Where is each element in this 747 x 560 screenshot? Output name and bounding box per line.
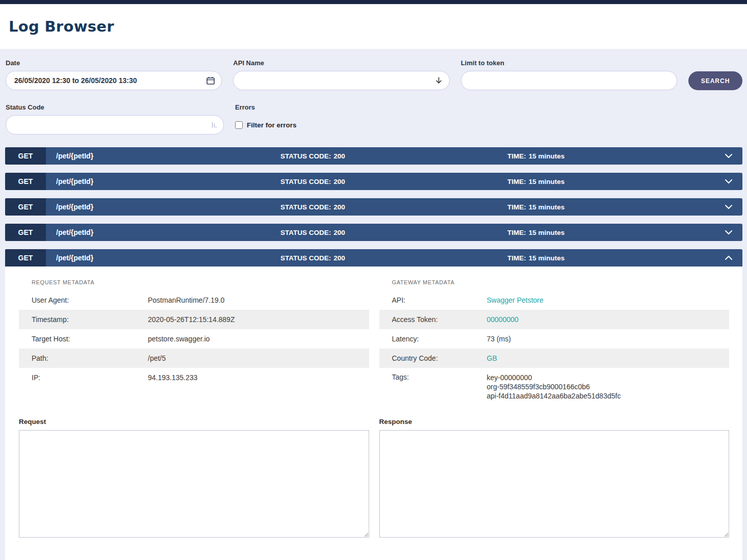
time-segment: TIME:15 minutes bbox=[507, 152, 564, 160]
request-body-textarea[interactable] bbox=[19, 430, 369, 538]
metadata-row: Tags: key-00000000 org-59f348559f3cb9000… bbox=[379, 368, 730, 406]
errors-filter: Errors Filter for errors bbox=[235, 103, 453, 135]
status-code-input[interactable] bbox=[6, 115, 224, 135]
api-link[interactable]: Swagger Petstore bbox=[487, 296, 544, 305]
request-metadata-heading: REQUEST METADATA bbox=[19, 279, 369, 285]
http-method-badge: GET bbox=[5, 249, 46, 266]
log-row[interactable]: GET /pet/{petId} STATUS CODE:200 TIME:15… bbox=[5, 224, 742, 241]
status-code-segment: STATUS CODE:200 bbox=[280, 254, 345, 262]
tags-list: key-00000000 org-59f348559f3cb9000166c0b… bbox=[487, 373, 621, 401]
time-segment: TIME:15 minutes bbox=[507, 178, 564, 185]
metadata-label: Latency: bbox=[392, 335, 487, 343]
status-code-label: Status Code bbox=[6, 103, 224, 111]
metadata-label: Tags: bbox=[392, 373, 487, 381]
response-body-textarea[interactable] bbox=[379, 430, 730, 538]
status-code-filter: Status Code bbox=[6, 103, 224, 135]
response-body-section: Response bbox=[379, 418, 730, 540]
top-window-bar bbox=[0, 0, 747, 4]
limit-to-token-input[interactable] bbox=[461, 71, 677, 90]
metadata-value: /pet/5 bbox=[148, 354, 166, 363]
metadata-label: Access Token: bbox=[392, 315, 487, 324]
log-row-expanded[interactable]: GET /pet/{petId} STATUS CODE:200 TIME:15… bbox=[5, 249, 742, 266]
http-method-badge: GET bbox=[5, 224, 46, 241]
limit-to-token-filter: Limit to token bbox=[461, 59, 677, 90]
http-method-badge: GET bbox=[5, 173, 46, 190]
limit-to-token-label: Limit to token bbox=[461, 59, 677, 67]
dropdown-arrow-icon[interactable] bbox=[435, 77, 443, 85]
endpoint-path: /pet/{petId} bbox=[56, 254, 93, 262]
filter-for-errors-checkbox[interactable] bbox=[235, 121, 243, 129]
metadata-label: IP: bbox=[32, 374, 148, 382]
filter-section: Date API Name bbox=[0, 49, 747, 147]
metadata-row: Target Host: petstore.swagger.io bbox=[19, 329, 369, 349]
api-name-filter: API Name bbox=[233, 59, 449, 90]
gateway-metadata-heading: GATEWAY METADATA bbox=[379, 279, 730, 285]
page-header: Log Browser bbox=[0, 4, 747, 49]
log-row[interactable]: GET /pet/{petId} STATUS CODE:200 TIME:15… bbox=[5, 147, 742, 165]
metadata-label: Path: bbox=[32, 354, 148, 362]
response-body-label: Response bbox=[379, 418, 730, 425]
metadata-label: User Agent: bbox=[32, 296, 148, 304]
request-body-label: Request bbox=[19, 418, 369, 425]
date-range-input[interactable] bbox=[6, 71, 222, 90]
metadata-row: API: Swagger Petstore bbox=[379, 290, 730, 310]
filter-for-errors-label: Filter for errors bbox=[247, 121, 297, 129]
metadata-label: Timestamp: bbox=[32, 315, 148, 324]
endpoint-path: /pet/{petId} bbox=[56, 203, 93, 211]
metadata-value: 2020-05-26T12:15:14.889Z bbox=[148, 315, 235, 324]
time-segment: TIME:15 minutes bbox=[507, 229, 564, 236]
search-button[interactable]: SEARCH bbox=[688, 71, 742, 90]
request-metadata-section: REQUEST METADATA User Agent: PostmanRunt… bbox=[19, 279, 369, 406]
page-title: Log Browser bbox=[9, 18, 114, 35]
metadata-row: User Agent: PostmanRuntime/7.19.0 bbox=[19, 290, 369, 310]
endpoint-path: /pet/{petId} bbox=[56, 228, 93, 236]
endpoint-path: /pet/{petId} bbox=[56, 152, 93, 160]
api-name-label: API Name bbox=[233, 59, 449, 67]
metadata-label: Country Code: bbox=[392, 354, 487, 362]
metadata-value: petstore.swagger.io bbox=[148, 334, 210, 343]
request-body-section: Request bbox=[19, 418, 369, 540]
chevron-down-icon[interactable] bbox=[725, 205, 732, 209]
log-detail-panel: REQUEST METADATA User Agent: PostmanRunt… bbox=[5, 266, 742, 560]
metadata-value: 73 (ms) bbox=[487, 334, 511, 343]
metadata-label: API: bbox=[392, 296, 487, 304]
multiselect-bars-icon bbox=[211, 121, 217, 129]
tag-item: key-00000000 bbox=[487, 373, 621, 382]
date-label: Date bbox=[6, 59, 222, 67]
time-segment: TIME:15 minutes bbox=[507, 254, 564, 262]
chevron-down-icon[interactable] bbox=[725, 179, 732, 184]
gateway-metadata-section: GATEWAY METADATA API: Swagger Petstore A… bbox=[379, 279, 730, 406]
endpoint-path: /pet/{petId} bbox=[56, 177, 93, 185]
metadata-row: Country Code: GB bbox=[379, 349, 730, 368]
metadata-row: Timestamp: 2020-05-26T12:15:14.889Z bbox=[19, 310, 369, 329]
status-code-segment: STATUS CODE:200 bbox=[280, 152, 345, 160]
metadata-value: PostmanRuntime/7.19.0 bbox=[148, 296, 224, 305]
log-row[interactable]: GET /pet/{petId} STATUS CODE:200 TIME:15… bbox=[5, 173, 742, 190]
http-method-badge: GET bbox=[5, 147, 46, 165]
tag-item: api-f4d11aad9a8142aa6ba2abe51d83d5fc bbox=[487, 391, 621, 401]
http-method-badge: GET bbox=[5, 198, 46, 216]
errors-label: Errors bbox=[235, 103, 453, 111]
metadata-row: Latency: 73 (ms) bbox=[379, 329, 730, 349]
chevron-down-icon[interactable] bbox=[725, 230, 732, 235]
date-filter: Date bbox=[6, 59, 222, 90]
metadata-value: 94.193.135.233 bbox=[148, 373, 197, 382]
time-segment: TIME:15 minutes bbox=[507, 203, 564, 211]
country-code-link[interactable]: GB bbox=[487, 354, 497, 363]
access-token-link[interactable]: 00000000 bbox=[487, 315, 519, 324]
metadata-row: Path: /pet/5 bbox=[19, 349, 369, 368]
status-code-segment: STATUS CODE:200 bbox=[280, 203, 345, 211]
metadata-label: Target Host: bbox=[32, 335, 148, 343]
api-name-select[interactable] bbox=[233, 71, 449, 90]
metadata-row: Access Token: 00000000 bbox=[379, 310, 730, 329]
chevron-up-icon[interactable] bbox=[725, 256, 732, 260]
status-code-segment: STATUS CODE:200 bbox=[280, 229, 345, 236]
metadata-row: IP: 94.193.135.233 bbox=[19, 368, 369, 387]
tag-item: org-59f348559f3cb9000166c0b6 bbox=[487, 382, 621, 391]
status-code-segment: STATUS CODE:200 bbox=[280, 178, 345, 185]
log-row[interactable]: GET /pet/{petId} STATUS CODE:200 TIME:15… bbox=[5, 198, 742, 216]
chevron-down-icon[interactable] bbox=[725, 154, 732, 158]
calendar-icon[interactable] bbox=[207, 76, 215, 85]
log-list: GET /pet/{petId} STATUS CODE:200 TIME:15… bbox=[0, 147, 747, 266]
